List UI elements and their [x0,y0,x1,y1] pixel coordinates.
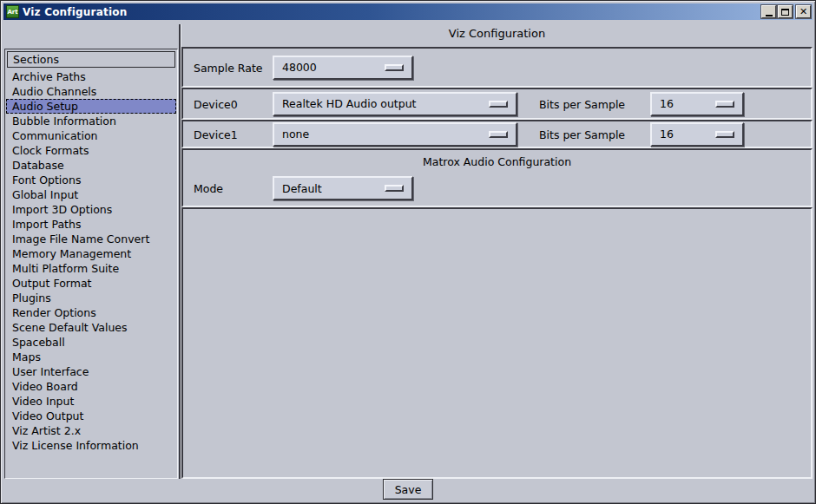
viz-artist-app-icon[interactable]: Art [6,5,19,18]
sections-header: Sections [7,51,175,68]
sample-rate-value: 48000 [282,61,317,74]
sidebar-main-divider [179,24,181,479]
device1-value: none [282,128,309,141]
sidebar-item[interactable]: Bubble Information [6,114,176,128]
matrox-mode-row: Mode Default [183,173,811,204]
device0-dropdown[interactable]: Realtek HD Audio output [273,92,517,116]
dropdown-indicator-icon [385,185,404,192]
device1-bits-per-sample-label: Bits per Sample [539,128,625,141]
sidebar-item[interactable]: Global Input [6,187,176,202]
dropdown-indicator-icon [385,64,404,71]
sidebar-item[interactable]: Audio Setup [6,99,176,114]
maximize-button[interactable] [778,5,793,18]
viz-configuration-window: Art Viz Configuration ✕ Sections Archive… [0,0,816,504]
sidebar-item[interactable]: Image File Name Convert [6,232,176,246]
device1-panel: Device1 none Bits per Sample 16 [181,120,813,148]
window-controls: ✕ [760,5,811,18]
close-icon: ✕ [800,5,807,18]
sections-sidebar: Sections Archive Paths Audio Channels Au… [4,49,178,479]
mode-value: Default [282,182,322,195]
maximize-icon [781,9,789,16]
sections-list: Archive Paths Audio Channels Audio Setup… [6,69,176,453]
sidebar-item[interactable]: Video Input [6,394,176,409]
page-title: Viz Configuration [181,27,813,40]
device0-bits-per-sample-value: 16 [660,97,674,110]
sidebar-item[interactable]: Viz License Information [6,438,176,453]
sidebar-item[interactable]: Spaceball [6,335,176,350]
sidebar-item[interactable]: Video Board [6,379,176,394]
sidebar-item[interactable]: Database [6,158,176,173]
close-button[interactable]: ✕ [796,5,811,18]
device1-bits-per-sample-dropdown[interactable]: 16 [650,122,744,147]
dropdown-indicator-icon [715,131,734,138]
sidebar-item[interactable]: Maps [6,350,176,364]
empty-content-panel [181,207,813,479]
matrox-audio-panel: Matrox Audio Configuration Mode Default [181,148,813,207]
sidebar-item[interactable]: Scene Default Values [6,320,176,335]
dropdown-indicator-icon [489,131,508,138]
title-bar[interactable]: Art Viz Configuration ✕ [3,3,813,20]
sidebar-item[interactable]: Communication [6,128,176,143]
sample-rate-label: Sample Rate [194,61,263,74]
sidebar-item[interactable]: Memory Management [6,246,176,261]
minimize-icon [766,15,773,16]
sidebar-item[interactable]: Audio Channels [6,84,176,99]
device0-panel: Device0 Realtek HD Audio output Bits per… [181,88,813,120]
device0-bits-per-sample-label: Bits per Sample [539,97,625,110]
sidebar-item[interactable]: Video Output [6,409,176,423]
sidebar-item[interactable]: Font Options [6,173,176,187]
mode-label: Mode [194,182,223,195]
save-button[interactable]: Save [383,479,433,500]
device0-label: Device0 [194,97,238,110]
dropdown-indicator-icon [489,101,508,108]
sidebar-item[interactable]: Archive Paths [6,69,176,84]
device1-label: Device1 [194,128,238,141]
sidebar-item[interactable]: Viz Artist 2.x [6,423,176,438]
sidebar-item[interactable]: Multi Platform Suite [6,261,176,276]
device0-value: Realtek HD Audio output [282,97,416,110]
mode-dropdown[interactable]: Default [273,176,413,200]
window-title: Viz Configuration [23,6,127,18]
sidebar-item[interactable]: Render Options [6,305,176,320]
device1-dropdown[interactable]: none [273,122,517,147]
sidebar-item[interactable]: User Interface [6,364,176,379]
sample-rate-dropdown[interactable]: 48000 [273,56,413,80]
sidebar-item[interactable]: Output Format [6,276,176,291]
sidebar-item[interactable]: Plugins [6,291,176,305]
sample-rate-panel: Sample Rate 48000 [181,47,813,88]
matrox-audio-header: Matrox Audio Configuration [183,155,811,168]
device1-bits-per-sample-value: 16 [660,128,674,141]
sidebar-item[interactable]: Clock Formats [6,143,176,158]
sidebar-item[interactable]: Import Paths [6,217,176,232]
device0-bits-per-sample-dropdown[interactable]: 16 [650,92,744,116]
minimize-button[interactable] [761,5,776,18]
dropdown-indicator-icon [715,101,734,108]
sidebar-item[interactable]: Import 3D Options [6,202,176,217]
